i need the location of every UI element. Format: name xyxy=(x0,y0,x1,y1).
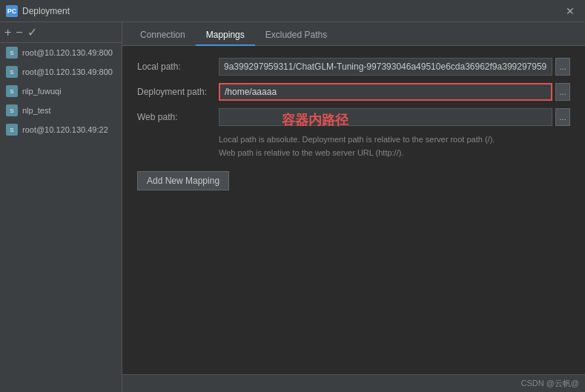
sidebar-item-label-4: root@10.120.130.49:22 xyxy=(22,125,108,134)
web-path-row: Web path: … xyxy=(137,108,570,126)
server-icon-3: S xyxy=(6,104,18,116)
apply-button[interactable]: ✓ xyxy=(27,27,37,39)
deployment-path-input-wrap: … xyxy=(219,83,570,101)
sidebar-item-0[interactable]: S root@10.120.130.49:800 xyxy=(0,43,122,62)
local-path-input[interactable] xyxy=(219,58,552,76)
main-layout: + − ✓ S root@10.120.130.49:800 S root@10… xyxy=(0,22,585,392)
sidebar-item-4[interactable]: S root@10.120.130.49:22 xyxy=(0,120,122,139)
web-path-label: Web path: xyxy=(137,112,219,122)
title-bar-left: PC Deployment xyxy=(6,5,70,17)
local-path-row: Local path: … xyxy=(137,58,570,76)
tab-connection[interactable]: Connection xyxy=(130,25,196,46)
remove-button[interactable]: − xyxy=(16,27,22,39)
sidebar-item-label-2: nlp_fuwuqi xyxy=(22,87,62,96)
sidebar-item-label-1: root@10.120.130.49:800 xyxy=(22,67,113,76)
server-icon-2: S xyxy=(6,85,18,97)
footer-label: CSDN @云帆@ xyxy=(520,378,579,389)
deployment-path-input[interactable] xyxy=(219,83,552,101)
local-path-input-wrap: … xyxy=(219,58,570,76)
add-button[interactable]: + xyxy=(4,27,11,39)
deployment-path-browse-button[interactable]: … xyxy=(555,83,570,101)
window-title: Deployment xyxy=(22,6,70,16)
content-area: Connection Mappings Excluded Paths Local… xyxy=(122,22,585,392)
server-icon-1: S xyxy=(6,66,18,78)
tab-mappings[interactable]: Mappings xyxy=(196,25,255,46)
web-path-input-wrap: … xyxy=(219,108,570,126)
deployment-path-label: Deployment path: xyxy=(137,87,219,97)
form-content: Local path: … Deployment path: … xyxy=(122,46,585,374)
local-path-label: Local path: xyxy=(137,62,219,72)
app-icon: PC xyxy=(6,5,18,17)
sidebar: + − ✓ S root@10.120.130.49:800 S root@10… xyxy=(0,22,122,392)
footer: CSDN @云帆@ xyxy=(122,374,585,392)
sidebar-item-1[interactable]: S root@10.120.130.49:800 xyxy=(0,62,122,82)
sidebar-toolbar: + − ✓ xyxy=(0,22,122,43)
server-icon-4: S xyxy=(6,124,18,136)
sidebar-item-2[interactable]: S nlp_fuwuqi xyxy=(0,82,122,101)
help-text: Local path is absolute. Deployment path … xyxy=(137,133,570,159)
tab-excluded-paths[interactable]: Excluded Paths xyxy=(255,25,337,46)
web-path-browse-button[interactable]: … xyxy=(555,108,570,126)
sidebar-item-label-3: nlp_test xyxy=(22,106,51,115)
deployment-path-row: Deployment path: … xyxy=(137,83,570,101)
tabs: Connection Mappings Excluded Paths xyxy=(122,22,585,46)
sidebar-item-label-0: root@10.120.130.49:800 xyxy=(22,48,113,57)
add-mapping-button[interactable]: Add New Mapping xyxy=(137,171,229,190)
title-bar: PC Deployment ✕ xyxy=(0,0,585,22)
web-path-input[interactable] xyxy=(219,108,552,126)
local-path-browse-button[interactable]: … xyxy=(555,58,570,76)
sidebar-item-3[interactable]: S nlp_test xyxy=(0,101,122,120)
server-icon-0: S xyxy=(6,47,18,59)
close-button[interactable]: ✕ xyxy=(561,4,579,19)
